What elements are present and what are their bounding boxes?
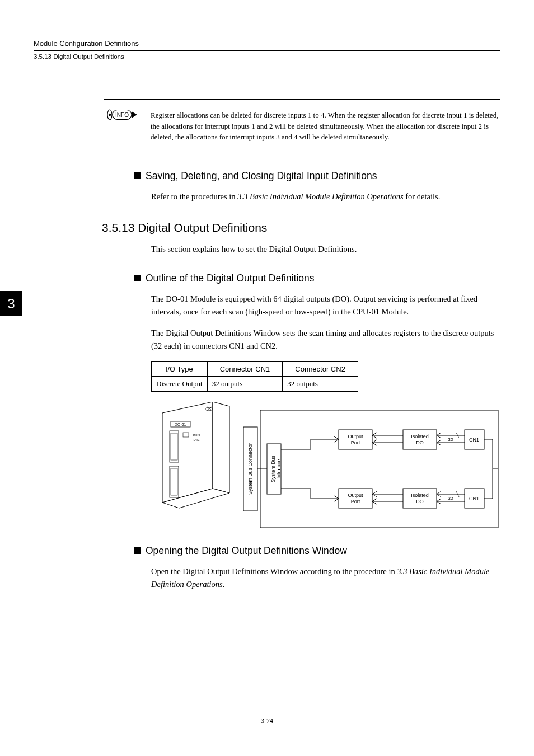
svg-text:RUN: RUN (193, 434, 200, 437)
module-label: DO-01 (175, 422, 186, 426)
th-io-type: I/O Type (152, 361, 208, 376)
header-subtitle: 3.5.13 Digital Output Definitions (34, 53, 500, 60)
heading-digital-output: 3.5.13 Digital Output Definitions (102, 221, 500, 234)
info-bottom-rule (104, 153, 500, 153)
section-title: Saving, Deleting, and Closing Digital In… (146, 170, 377, 182)
header-title: Module Configuration Definitions (34, 39, 500, 48)
cn1-label: CN1 (469, 496, 479, 501)
td-cn2: 32 outputs (283, 376, 358, 391)
para-opening-post: . (223, 580, 225, 589)
para-opening: Open the Digital Output Definitions Wind… (151, 565, 495, 591)
info-icon: INFO (104, 109, 137, 123)
section-heading-outline: Outline of the Digital Output Definition… (134, 273, 500, 284)
td-cn1: 32 outputs (207, 376, 283, 391)
svg-rect-7 (171, 468, 177, 495)
td-io-type: Discrete Output (152, 376, 208, 391)
th-cn1: Connector CN1 (207, 361, 283, 376)
table-row: I/O Type Connector CN1 Connector CN2 (152, 361, 358, 376)
section-title: Outline of the Digital Output Definition… (146, 273, 315, 284)
page-number: 3-74 (0, 717, 534, 725)
section-title: Opening the Digital Output Definitions W… (146, 545, 347, 557)
section-heading-save-delete: Saving, Deleting, and Closing Digital In… (134, 170, 500, 182)
svg-rect-5 (171, 433, 177, 460)
sys-bus-interface-label: System BusInterface (270, 455, 282, 482)
chapter-tab: 3 (0, 291, 22, 316)
info-label: INFO (115, 112, 129, 118)
para-refer-pre: Refer to the procedures in (151, 192, 237, 201)
info-top-rule (104, 99, 500, 100)
bullet-square-icon (134, 275, 141, 281)
para-refer: Refer to the procedures in 3.3 Basic Ind… (151, 190, 495, 203)
th-cn2: Connector CN2 (283, 361, 358, 376)
io-table: I/O Type Connector CN1 Connector CN2 Dis… (151, 361, 358, 392)
para-refer-ital: 3.3 Basic Individual Module Definition O… (237, 192, 403, 201)
para-refer-post: for details. (404, 192, 441, 201)
sys-bus-connector-label: System Bus Connector (247, 443, 253, 495)
table-row: Discrete Output 32 outputs 32 outputs (152, 376, 358, 391)
para-intro: This section explains how to set the Dig… (151, 243, 495, 256)
svg-rect-8 (183, 433, 189, 437)
cn1-label: CN1 (469, 437, 479, 443)
info-text: Register allocations can be deleted for … (151, 110, 500, 143)
bullet-square-icon (134, 172, 141, 179)
count-label: 32 (448, 437, 453, 442)
count-label: 32 (448, 496, 453, 501)
bullet-square-icon (134, 547, 141, 554)
svg-text:FAIL: FAIL (193, 438, 200, 442)
svg-rect-12 (260, 410, 498, 528)
para-opening-pre: Open the Digital Output Definitions Wind… (151, 567, 397, 576)
svg-point-1 (109, 114, 111, 116)
para-outline-2: The Digital Output Definitions Window se… (151, 327, 495, 353)
header-rule (34, 50, 500, 51)
block-diagram: DO-01 RUN FAIL System Bus Connector (151, 402, 500, 533)
para-outline-1: The DO-01 Module is equipped with 64 dig… (151, 293, 495, 318)
section-heading-opening: Opening the Digital Output Definitions W… (134, 545, 500, 557)
